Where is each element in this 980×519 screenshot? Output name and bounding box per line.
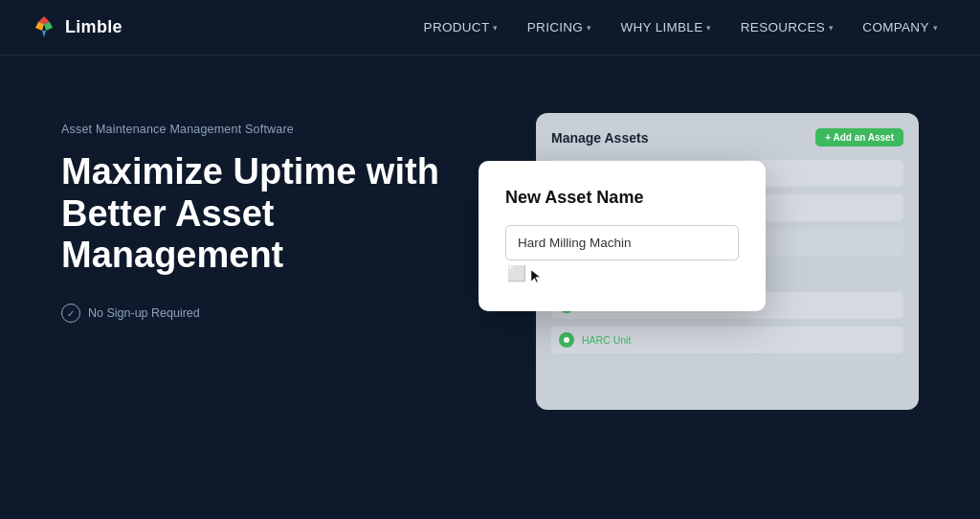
no-signup-badge: ✓ No Sign-up Required xyxy=(61,304,470,323)
panel-title: Manage Assets xyxy=(551,130,648,146)
nav-item-pricing[interactable]: PRICING ▾ xyxy=(516,14,604,40)
item-icon xyxy=(559,332,574,348)
manage-assets-panel: Manage Assets + Add an Asset Cut-Off Saw… xyxy=(536,113,919,410)
logo-text: Limble xyxy=(65,17,122,37)
nav-item-product[interactable]: PRODUCT ▾ xyxy=(412,14,510,40)
panel-header: Manage Assets + Add an Asset xyxy=(551,128,903,147)
chevron-down-icon: ▾ xyxy=(493,23,498,33)
check-icon: ✓ xyxy=(61,304,80,323)
chevron-down-icon: ▾ xyxy=(706,23,711,33)
chevron-down-icon: ▾ xyxy=(829,23,834,33)
hero-title: Maximize Uptime with Better Asset Manage… xyxy=(61,151,463,277)
nav-item-resources[interactable]: RESOURCES ▾ xyxy=(729,14,846,40)
hero-section: Asset Maintenance Management Software Ma… xyxy=(0,56,980,519)
hero-badge-text: No Sign-up Required xyxy=(88,306,200,320)
logo-icon xyxy=(31,14,57,41)
hero-left: Asset Maintenance Management Software Ma… xyxy=(61,113,470,323)
hero-tag: Asset Maintenance Management Software xyxy=(61,123,470,136)
navbar: Limble PRODUCT ▾ PRICING ▾ WHY LIMBLE ▾ … xyxy=(0,0,980,56)
chevron-down-icon: ▾ xyxy=(587,23,591,33)
new-asset-modal: New Asset Name ⬜ xyxy=(479,161,766,311)
modal-title: New Asset Name xyxy=(505,188,739,208)
asset-name-input[interactable] xyxy=(505,225,739,260)
logo[interactable]: Limble xyxy=(31,14,122,41)
hero-right: Manage Assets + Add an Asset Cut-Off Saw… xyxy=(470,113,919,410)
nav-item-why-limble[interactable]: WHY LIMBLE ▾ xyxy=(609,14,723,40)
svg-point-8 xyxy=(564,337,569,343)
modal-card: New Asset Name ⬜ xyxy=(479,161,766,311)
chevron-down-icon: ▾ xyxy=(933,23,938,33)
nav-links: PRODUCT ▾ PRICING ▾ WHY LIMBLE ▾ RESOURC… xyxy=(412,14,949,40)
cursor-icon: ⬜ xyxy=(507,264,542,284)
add-asset-button[interactable]: + Add an Asset xyxy=(815,128,903,147)
svg-marker-3 xyxy=(42,31,46,37)
nav-item-company[interactable]: COMPANY ▾ xyxy=(851,14,949,40)
item-label: HARC Unit xyxy=(582,334,631,346)
list-item: HARC Unit xyxy=(551,327,903,353)
